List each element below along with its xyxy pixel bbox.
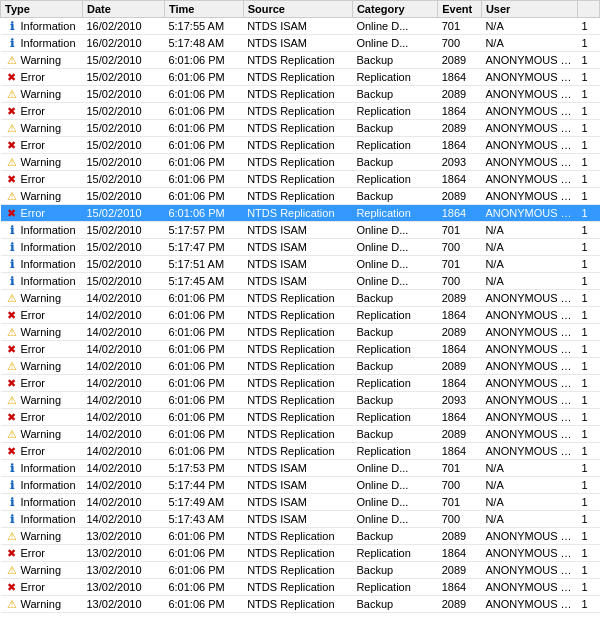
table-row[interactable]: ⚠ Warning 15/02/2010 6:01:06 PM NTDS Rep…: [1, 120, 600, 137]
table-row[interactable]: ℹ Information 15/02/2010 5:17:57 PM NTDS…: [1, 222, 600, 239]
cell-time: 6:01:06 PM: [164, 409, 243, 426]
cell-source: NTDS Replication: [243, 171, 352, 188]
table-row[interactable]: ✖ Error 14/02/2010 6:01:06 PM NTDS Repli…: [1, 443, 600, 460]
type-label: Information: [21, 513, 76, 525]
table-row[interactable]: ✖ Error 15/02/2010 6:01:06 PM NTDS Repli…: [1, 137, 600, 154]
cell-source: NTDS Replication: [243, 86, 352, 103]
table-row[interactable]: ✖ Error 14/02/2010 6:01:06 PM NTDS Repli…: [1, 341, 600, 358]
table-row[interactable]: ✖ Error 14/02/2010 6:01:06 PM NTDS Repli…: [1, 375, 600, 392]
cell-time: 5:17:53 PM: [164, 460, 243, 477]
table-row[interactable]: ⚠ Warning 13/02/2010 6:01:06 PM NTDS Rep…: [1, 562, 600, 579]
table-row[interactable]: ⚠ Warning 13/02/2010 6:01:06 PM NTDS Rep…: [1, 528, 600, 545]
table-row[interactable]: ⚠ Warning 14/02/2010 6:01:06 PM NTDS Rep…: [1, 324, 600, 341]
cell-type: ⚠ Warning: [1, 290, 83, 307]
table-row[interactable]: ⚠ Warning 13/02/2010 6:01:06 PM NTDS Rep…: [1, 596, 600, 613]
table-row[interactable]: ⚠ Warning 15/02/2010 6:01:06 PM NTDS Rep…: [1, 154, 600, 171]
table-row[interactable]: ⚠ Warning 14/02/2010 6:01:06 PM NTDS Rep…: [1, 358, 600, 375]
cell-source: NTDS Replication: [243, 188, 352, 205]
table-row[interactable]: ✖ Error 15/02/2010 6:01:06 PM NTDS Repli…: [1, 205, 600, 222]
cell-event: 700: [438, 239, 482, 256]
cell-time: 6:01:06 PM: [164, 205, 243, 222]
table-row[interactable]: ⚠ Warning 14/02/2010 6:01:06 PM NTDS Rep…: [1, 392, 600, 409]
error-icon: ✖: [5, 342, 19, 356]
type-label: Error: [21, 173, 45, 185]
cell-date: 14/02/2010: [82, 443, 164, 460]
cell-type: ✖ Error: [1, 205, 83, 222]
cell-type: ⚠ Warning: [1, 358, 83, 375]
cell-category: Online D...: [352, 511, 437, 528]
cell-date: 14/02/2010: [82, 358, 164, 375]
table-row[interactable]: ℹ Information 15/02/2010 5:17:47 PM NTDS…: [1, 239, 600, 256]
type-label: Warning: [21, 122, 62, 134]
table-row[interactable]: ℹ Information 15/02/2010 5:17:51 AM NTDS…: [1, 256, 600, 273]
table-row[interactable]: ⚠ Warning 15/02/2010 6:01:06 PM NTDS Rep…: [1, 52, 600, 69]
warning-icon: ⚠: [5, 291, 19, 305]
cell-event: 701: [438, 494, 482, 511]
cell-date: 15/02/2010: [82, 86, 164, 103]
table-row[interactable]: ✖ Error 14/02/2010 6:01:06 PM NTDS Repli…: [1, 307, 600, 324]
cell-num: 1: [578, 120, 600, 137]
error-icon: ✖: [5, 546, 19, 560]
table-row[interactable]: ℹ Information 14/02/2010 5:17:43 AM NTDS…: [1, 511, 600, 528]
type-label: Error: [21, 411, 45, 423]
cell-num: 1: [578, 52, 600, 69]
cell-source: NTDS Replication: [243, 392, 352, 409]
cell-time: 6:01:06 PM: [164, 562, 243, 579]
cell-category: Replication: [352, 341, 437, 358]
warning-icon: ⚠: [5, 597, 19, 611]
table-row[interactable]: ⚠ Warning 14/02/2010 6:01:06 PM NTDS Rep…: [1, 426, 600, 443]
cell-event: 2089: [438, 528, 482, 545]
cell-type: ✖ Error: [1, 579, 83, 596]
table-row[interactable]: ℹ Information 16/02/2010 5:17:48 AM NTDS…: [1, 35, 600, 52]
table-row[interactable]: ✖ Error 15/02/2010 6:01:06 PM NTDS Repli…: [1, 103, 600, 120]
cell-type: ✖ Error: [1, 443, 83, 460]
cell-category: Backup: [352, 596, 437, 613]
cell-time: 5:17:47 PM: [164, 239, 243, 256]
cell-time: 6:01:06 PM: [164, 392, 243, 409]
cell-category: Online D...: [352, 256, 437, 273]
cell-category: Online D...: [352, 18, 437, 35]
cell-time: 6:01:06 PM: [164, 188, 243, 205]
cell-source: NTDS ISAM: [243, 256, 352, 273]
table-row[interactable]: ℹ Information 14/02/2010 5:17:44 PM NTDS…: [1, 477, 600, 494]
cell-type: ⚠ Warning: [1, 154, 83, 171]
col-header-event: Event: [438, 1, 482, 18]
table-row[interactable]: ✖ Error 13/02/2010 6:01:06 PM NTDS Repli…: [1, 579, 600, 596]
cell-event: 2089: [438, 596, 482, 613]
cell-source: NTDS Replication: [243, 443, 352, 460]
cell-category: Replication: [352, 103, 437, 120]
cell-event: 1864: [438, 545, 482, 562]
table-row[interactable]: ✖ Error 14/02/2010 6:01:06 PM NTDS Repli…: [1, 409, 600, 426]
cell-num: 1: [578, 188, 600, 205]
cell-time: 6:01:06 PM: [164, 137, 243, 154]
table-row[interactable]: ✖ Error 15/02/2010 6:01:06 PM NTDS Repli…: [1, 69, 600, 86]
table-row[interactable]: ℹ Information 14/02/2010 5:17:53 PM NTDS…: [1, 460, 600, 477]
warning-icon: ⚠: [5, 427, 19, 441]
cell-type: ℹ Information: [1, 511, 83, 528]
cell-user: ANONYMOUS L...: [481, 137, 577, 154]
table-row[interactable]: ✖ Error 13/02/2010 6:01:06 PM NTDS Repli…: [1, 545, 600, 562]
cell-source: NTDS Replication: [243, 137, 352, 154]
table-row[interactable]: ✖ Error 15/02/2010 6:01:06 PM NTDS Repli…: [1, 171, 600, 188]
event-log-table[interactable]: Type Date Time Source Category Event Use…: [0, 0, 600, 633]
table-row[interactable]: ℹ Information 16/02/2010 5:17:55 AM NTDS…: [1, 18, 600, 35]
cell-source: NTDS Replication: [243, 52, 352, 69]
cell-category: Replication: [352, 375, 437, 392]
cell-date: 13/02/2010: [82, 579, 164, 596]
type-label: Error: [21, 343, 45, 355]
table-row[interactable]: ℹ Information 14/02/2010 5:17:49 AM NTDS…: [1, 494, 600, 511]
cell-time: 6:01:06 PM: [164, 69, 243, 86]
cell-num: 1: [578, 528, 600, 545]
cell-event: 700: [438, 477, 482, 494]
cell-user: N/A: [481, 256, 577, 273]
type-label: Information: [21, 479, 76, 491]
cell-time: 5:17:44 PM: [164, 477, 243, 494]
table-row[interactable]: ⚠ Warning 15/02/2010 6:01:06 PM NTDS Rep…: [1, 86, 600, 103]
cell-time: 6:01:06 PM: [164, 596, 243, 613]
table-row[interactable]: ⚠ Warning 14/02/2010 6:01:06 PM NTDS Rep…: [1, 290, 600, 307]
table-row[interactable]: ℹ Information 15/02/2010 5:17:45 AM NTDS…: [1, 273, 600, 290]
col-header-time: Time: [164, 1, 243, 18]
cell-date: 15/02/2010: [82, 154, 164, 171]
cell-date: 14/02/2010: [82, 409, 164, 426]
table-row[interactable]: ⚠ Warning 15/02/2010 6:01:06 PM NTDS Rep…: [1, 188, 600, 205]
